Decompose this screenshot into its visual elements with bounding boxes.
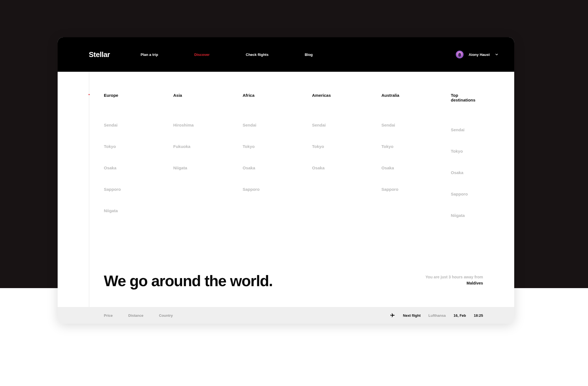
city-link[interactable]: Niigata: [104, 208, 173, 213]
city-link[interactable]: Sapporo: [381, 187, 451, 192]
column-items: SendaiTokyoOsakaSapporo: [243, 123, 312, 192]
city-link[interactable]: Tokyo: [381, 144, 451, 149]
city-link[interactable]: Osaka: [451, 170, 483, 175]
city-link[interactable]: Sendai: [243, 123, 312, 127]
main: EuropeSendaiTokyoOsakaSapporoNiigataAsia…: [58, 72, 514, 274]
city-link[interactable]: Fukuoka: [173, 144, 242, 149]
city-link[interactable]: Osaka: [312, 165, 381, 170]
hero-title: We go around the world.: [104, 272, 273, 290]
column-heading[interactable]: Americas: [312, 93, 381, 98]
sort-distance[interactable]: Distance: [128, 313, 143, 318]
next-flight-date: 16, Feb: [454, 313, 466, 318]
city-link[interactable]: Tokyo: [243, 144, 312, 149]
city-link[interactable]: Niigata: [451, 213, 483, 218]
nav-item-check-flights[interactable]: Check flights: [246, 53, 269, 57]
header: Stellar Plan a tripDiscoverCheck flights…: [58, 37, 514, 72]
column-heading[interactable]: Europe: [104, 93, 173, 98]
city-link[interactable]: Sapporo: [451, 192, 483, 196]
city-link[interactable]: Osaka: [381, 165, 451, 170]
next-flight-airline: Lufthansa: [428, 313, 446, 318]
logo[interactable]: Stellar: [89, 50, 110, 59]
column-items: SendaiTokyoOsaka: [312, 123, 381, 170]
next-flight-label: Next flight: [403, 313, 421, 318]
nav-item-blog[interactable]: Blog: [305, 53, 313, 57]
column-americas: AmericasSendaiTokyoOsaka: [312, 93, 381, 218]
city-link[interactable]: Tokyo: [451, 149, 483, 154]
city-link[interactable]: Sapporo: [104, 187, 173, 192]
column-australia: AustraliaSendaiTokyoOsakaSapporo: [381, 93, 451, 218]
chevron-down-icon: [495, 53, 499, 56]
nav-item-plan-a-trip[interactable]: Plan a trip: [141, 53, 158, 57]
city-link[interactable]: Hiroshima: [173, 123, 242, 127]
column-items: SendaiTokyoOsakaSapporo: [381, 123, 451, 192]
city-link[interactable]: Sendai: [451, 127, 483, 132]
sort-price[interactable]: Price: [104, 313, 113, 318]
column-items: HiroshimaFukuokaNiigata: [173, 123, 242, 170]
column-heading[interactable]: Australia: [381, 93, 451, 98]
nav-item-discover[interactable]: Discover: [194, 53, 210, 57]
user-name: Aiony Haust: [469, 53, 490, 57]
column-items: SendaiTokyoOsakaSapporoNiigata: [104, 123, 173, 213]
city-link[interactable]: Osaka: [243, 165, 312, 170]
destination-columns: EuropeSendaiTokyoOsakaSapporoNiigataAsia…: [89, 93, 483, 218]
city-link[interactable]: Tokyo: [312, 144, 381, 149]
city-link[interactable]: Niigata: [173, 165, 242, 170]
city-link[interactable]: Sendai: [312, 123, 381, 127]
city-link[interactable]: Sapporo: [243, 187, 312, 192]
footer: PriceDistanceCountry Next flight Lufthan…: [58, 307, 514, 324]
nav: Plan a tripDiscoverCheck flightsBlog: [141, 53, 313, 57]
city-link[interactable]: Tokyo: [104, 144, 173, 149]
next-flight[interactable]: Next flight Lufthansa 16, Feb 18:25: [390, 313, 483, 318]
user-menu[interactable]: Aiony Haust: [456, 51, 499, 58]
column-top-destinations: Top destinationsSendaiTokyoOsakaSapporoN…: [451, 93, 483, 218]
city-link[interactable]: Sendai: [104, 123, 173, 127]
avatar: [456, 51, 464, 58]
sort-options: PriceDistanceCountry: [104, 313, 173, 318]
column-heading[interactable]: Africa: [243, 93, 312, 98]
next-flight-time: 18:25: [474, 313, 483, 318]
column-heading[interactable]: Top destinations: [451, 93, 483, 102]
column-heading[interactable]: Asia: [173, 93, 242, 98]
column-africa: AfricaSendaiTokyoOsakaSapporo: [243, 93, 312, 218]
column-asia: AsiaHiroshimaFukuokaNiigata: [173, 93, 242, 218]
hero-destination[interactable]: Maldives: [425, 281, 483, 285]
column-europe: EuropeSendaiTokyoOsakaSapporoNiigata: [104, 93, 173, 218]
city-link[interactable]: Osaka: [104, 165, 173, 170]
column-items: SendaiTokyoOsakaSapporoNiigata: [451, 127, 483, 218]
hero: We go around the world. You are just 3 h…: [58, 274, 514, 307]
app-window: Stellar Plan a tripDiscoverCheck flights…: [58, 37, 514, 324]
plane-icon: [390, 313, 395, 318]
sort-country[interactable]: Country: [159, 313, 173, 318]
hero-subtitle: You are just 3 hours away from: [425, 275, 483, 279]
city-link[interactable]: Sendai: [381, 123, 451, 127]
